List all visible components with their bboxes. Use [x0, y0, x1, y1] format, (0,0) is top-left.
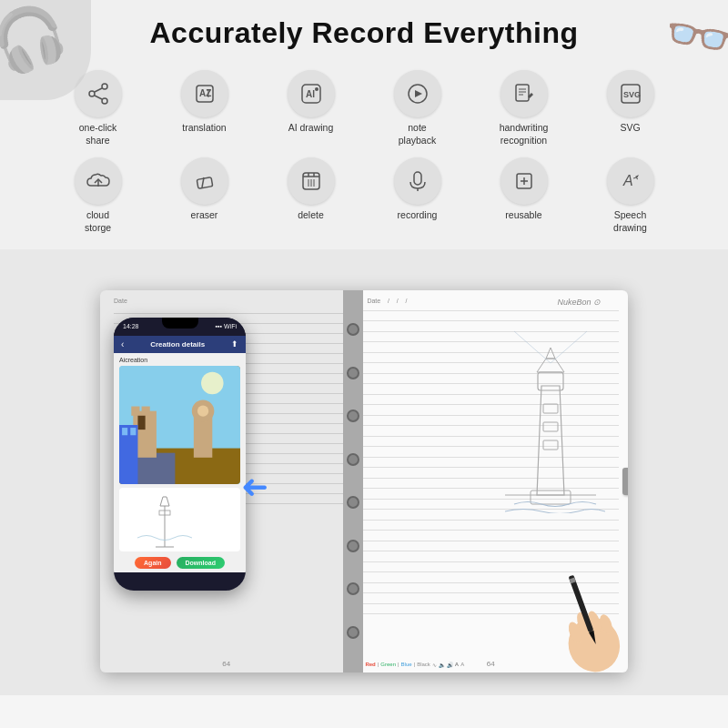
- phone-action-buttons: Again Download: [119, 557, 240, 569]
- feature-label-cloud: cloudstorge: [85, 209, 111, 234]
- svg-rect-56: [543, 404, 558, 413]
- toolbar-sep4: ∿: [432, 662, 437, 668]
- svg-point-0: [102, 84, 107, 89]
- svg-rect-19: [197, 177, 212, 189]
- feature-speech: A Speechdrawing: [578, 152, 682, 239]
- toolbar-green: Green: [380, 662, 396, 667]
- features-grid-row2: cloudstorge eraser: [18, 152, 710, 239]
- page-title: Accurately Record Everything: [18, 16, 710, 50]
- left-page: Date 14:28 ▪▪▪ WiFi: [100, 290, 353, 672]
- feature-label-ai: AI drawing: [288, 122, 334, 135]
- svg-rect-12: [516, 85, 529, 101]
- lighthouse-sketch: [487, 313, 614, 513]
- phone-header: ‹ Creation details ⬆: [114, 336, 246, 353]
- feature-label-playback: noteplayback: [399, 122, 436, 147]
- ring-4: [347, 453, 359, 466]
- svg-icon: SVG: [607, 70, 654, 117]
- ring-2: [347, 367, 359, 379]
- play-icon: [394, 70, 441, 117]
- feature-reusable: reusable: [471, 152, 576, 239]
- feature-delete: delete: [258, 152, 363, 239]
- ai-icon: AI: [288, 70, 335, 117]
- toolbar-a1: A: [455, 662, 459, 667]
- date-left: Date: [114, 298, 127, 304]
- eraser-icon: [181, 157, 228, 205]
- svg-point-35: [201, 371, 224, 394]
- phone-header-title: Creation details: [150, 340, 205, 349]
- phone-sketch: [119, 488, 240, 551]
- svg-line-3: [95, 88, 102, 92]
- feature-handwriting: handwritingrecognition: [471, 65, 576, 152]
- svg-line-61: [551, 331, 587, 363]
- svg-marker-55: [546, 348, 555, 359]
- svg-rect-40: [142, 406, 150, 415]
- feature-label-reusable: reusable: [505, 209, 541, 222]
- svg-point-44: [197, 405, 208, 416]
- feature-label-handwriting: handwritingrecognition: [500, 122, 549, 147]
- deco-glasses: [628, 0, 728, 73]
- phone-back-btn[interactable]: ‹: [121, 339, 124, 349]
- right-page: Date / / / NukeBon ⊙: [353, 290, 628, 672]
- feature-label-speech: Speechdrawing: [613, 209, 647, 234]
- ring-5: [347, 496, 359, 509]
- notebook-section: Date 14:28 ▪▪▪ WiFi: [0, 249, 728, 695]
- toolbar-vol1: 🔈: [439, 662, 445, 668]
- svg-point-9: [315, 87, 318, 91]
- svg-rect-47: [130, 428, 136, 435]
- phone-download-btn[interactable]: Download: [177, 557, 225, 569]
- ring-1: [347, 323, 359, 336]
- phone-signal: ▪▪▪ WiFi: [216, 323, 237, 329]
- svg-text:A: A: [622, 173, 633, 188]
- page-number-left: 64: [222, 660, 230, 668]
- toolbar-blue: Blue: [401, 662, 412, 667]
- toolbar-sep: |: [378, 662, 379, 667]
- page-logo: NukeBon ⊙: [557, 298, 601, 307]
- phone-image: [119, 366, 240, 484]
- toolbar-black: Black: [417, 662, 430, 667]
- feature-label-share: one-clickshare: [79, 122, 116, 147]
- ring-6: [347, 540, 359, 552]
- mic-icon: [394, 157, 441, 205]
- feature-label-svg: SVG: [620, 122, 640, 135]
- svg-point-1: [89, 91, 95, 96]
- phone-time: 14:28: [123, 323, 139, 329]
- svg-text:AI: AI: [306, 89, 315, 99]
- feature-label-eraser: eraser: [191, 209, 218, 222]
- feature-ai-drawing: AI AI drawing: [258, 65, 363, 152]
- svg-point-2: [102, 98, 107, 104]
- speech-icon: A: [607, 157, 654, 205]
- toolbar-red: Red: [365, 662, 375, 667]
- phone-again-btn[interactable]: Again: [135, 557, 170, 569]
- svg-line-60: [514, 331, 551, 363]
- cloud-icon: [75, 157, 122, 205]
- svg-rect-58: [543, 440, 558, 450]
- feature-cloud: cloudstorge: [46, 152, 150, 239]
- phone-share-icon: ⬆: [231, 339, 238, 349]
- svg-marker-49: [160, 497, 169, 506]
- phone-notch: [162, 318, 198, 329]
- svg-rect-41: [137, 415, 145, 429]
- toolbar-sep3: |: [414, 662, 416, 667]
- phone-mockup: 14:28 ▪▪▪ WiFi ‹ Creation details ⬆ Aicr…: [114, 318, 246, 591]
- feature-label-translation: translation: [182, 122, 226, 135]
- toolbar-vol2: 🔊: [447, 662, 453, 668]
- svg-rect-28: [414, 172, 421, 185]
- svg-marker-11: [415, 90, 422, 97]
- header-section: Accurately Record Everything one-clicksh…: [0, 0, 728, 249]
- feature-note-playback: noteplayback: [365, 65, 470, 152]
- spine: [343, 290, 363, 672]
- date-right: Date / / /: [367, 298, 407, 304]
- features-grid-row1: one-clickshare AZ translation AI: [18, 65, 710, 152]
- svg-rect-39: [131, 406, 139, 415]
- feature-label-delete: delete: [298, 209, 324, 222]
- svg-marker-54: [537, 359, 564, 372]
- phone-content-label: Aicreation: [119, 357, 240, 363]
- svg-line-4: [95, 96, 102, 99]
- translate-icon: AZ: [181, 70, 228, 117]
- svg-rect-46: [122, 428, 127, 435]
- deco-headphones: [0, 0, 91, 100]
- feature-label-recording: recording: [398, 209, 438, 222]
- notebook: Date 14:28 ▪▪▪ WiFi: [100, 290, 628, 672]
- svg-rect-57: [543, 422, 558, 431]
- feature-recording: recording: [365, 152, 470, 239]
